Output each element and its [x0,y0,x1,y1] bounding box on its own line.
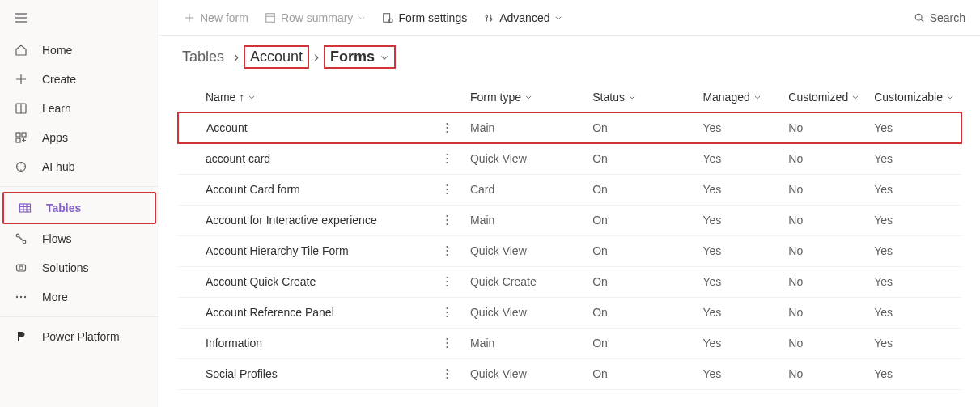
search-input[interactable]: Search [907,5,972,31]
svg-point-45 [446,377,448,379]
table-row[interactable]: Account for Interactive experienceMainOn… [178,205,961,235]
svg-point-21 [446,131,448,133]
cell-status: On [586,266,696,297]
cell-managed: Yes [696,174,782,205]
col-header-formtype[interactable]: Form type [470,91,532,104]
table-row[interactable]: Account Card formCardOnYesNoYes [178,174,961,205]
svg-point-30 [446,223,448,225]
forms-table: Name ↑ Form type Stat [177,82,962,390]
cell-customizable: Yes [868,266,961,297]
table-row[interactable]: AccountMainOnYesNoYes [178,112,961,143]
new-form-button[interactable]: New form [177,5,255,31]
more-vertical-icon [446,245,448,256]
cell-name: Account Card form [178,174,439,205]
table-row[interactable]: Account Reference PanelQuick ViewOnYesNo… [178,297,961,328]
hamburger-icon[interactable] [15,11,28,24]
sidebar-item-flows[interactable]: Flows [0,224,159,253]
svg-point-40 [446,338,448,340]
svg-point-17 [490,18,493,20]
svg-point-35 [446,281,448,282]
col-header-status[interactable]: Status [592,91,636,104]
cell-form-type: Main [464,205,586,235]
book-icon [15,102,28,115]
chevron-right-icon: › [314,49,319,66]
row-menu-button[interactable] [439,112,464,143]
svg-point-7 [23,240,26,244]
row-menu-button[interactable] [439,174,464,205]
svg-point-31 [446,246,448,248]
sidebar-item-learn[interactable]: Learn [0,94,159,123]
svg-point-20 [446,127,448,129]
sidebar-item-label: More [42,290,68,303]
advanced-button[interactable]: Advanced [477,5,569,31]
row-menu-button[interactable] [439,235,464,266]
more-vertical-icon [446,307,448,318]
sidebar-item-create[interactable]: Create [0,65,159,94]
cell-customized: No [782,143,868,174]
svg-point-32 [446,250,448,252]
table-row[interactable]: Account Quick CreateQuick CreateOnYesNoY… [178,266,961,297]
sidebar-item-solutions[interactable]: Solutions [0,253,159,282]
cell-managed: Yes [696,328,782,358]
cell-customizable: Yes [868,328,961,358]
cell-managed: Yes [696,266,782,297]
crumb-forms[interactable]: Forms [324,45,396,69]
sidebar-item-label: AI hub [42,160,74,173]
cell-customizable: Yes [868,235,961,266]
cell-name: Information [178,328,439,358]
row-menu-button[interactable] [439,205,464,235]
search-icon [914,12,925,23]
sidebar-item-powerplatform[interactable]: Power Platform [0,322,159,351]
row-menu-button[interactable] [439,297,464,328]
breadcrumb: Tables › Account › Forms [159,36,980,82]
col-header-customized[interactable]: Customized [788,91,859,104]
col-header-customizable[interactable]: Customizable [874,91,954,104]
cell-form-type: Main [464,112,586,143]
cell-name: Account Reference Panel [178,297,439,328]
crumb-tables[interactable]: Tables [177,47,229,67]
svg-point-22 [446,154,448,155]
advanced-label: Advanced [499,11,549,24]
col-header-name[interactable]: Name ↑ [206,91,256,104]
table-row[interactable]: Account Hierarchy Tile FormQuick ViewOnY… [178,235,961,266]
cell-managed: Yes [696,358,782,389]
sort-asc-icon: ↑ [239,91,244,104]
table-row[interactable]: account cardQuick ViewOnYesNoYes [178,143,961,174]
chevron-down-icon [358,14,366,22]
svg-point-27 [446,193,448,194]
row-menu-button[interactable] [439,328,464,358]
chevron-down-icon [248,93,256,101]
chevron-down-icon [628,93,636,101]
table-row[interactable]: InformationMainOnYesNoYes [178,328,961,358]
cell-managed: Yes [696,205,782,235]
sidebar-item-aihub[interactable]: AI hub [0,152,159,181]
cell-name: Account [178,112,439,143]
svg-rect-5 [20,204,31,212]
col-header-managed[interactable]: Managed [702,91,761,104]
row-menu-button[interactable] [439,266,464,297]
svg-point-38 [446,312,448,313]
chevron-down-icon [554,14,562,22]
plus-icon [15,73,28,86]
cell-name: Account Hierarchy Tile Form [178,235,439,266]
cell-form-type: Quick View [464,358,586,389]
svg-point-41 [446,342,448,344]
form-settings-button[interactable]: Form settings [375,5,473,31]
row-menu-button[interactable] [439,358,464,389]
crumb-account[interactable]: Account [244,45,309,69]
sidebar-item-tables[interactable]: Tables [4,193,155,223]
chevron-down-icon [946,93,954,101]
tables-icon [19,201,32,214]
row-menu-button[interactable] [439,143,464,174]
plus-icon [184,12,195,23]
svg-rect-3 [16,138,20,142]
sidebar-item-home[interactable]: Home [0,36,159,65]
row-summary-label: Row summary [281,11,353,24]
sidebar-item-label: Solutions [42,261,89,274]
row-summary-button[interactable]: Row summary [258,5,372,31]
cell-managed: Yes [696,143,782,174]
cell-managed: Yes [696,297,782,328]
sidebar-item-apps[interactable]: Apps [0,123,159,152]
table-row[interactable]: Social ProfilesQuick ViewOnYesNoYes [178,358,961,389]
sidebar-item-more[interactable]: More [0,282,159,312]
